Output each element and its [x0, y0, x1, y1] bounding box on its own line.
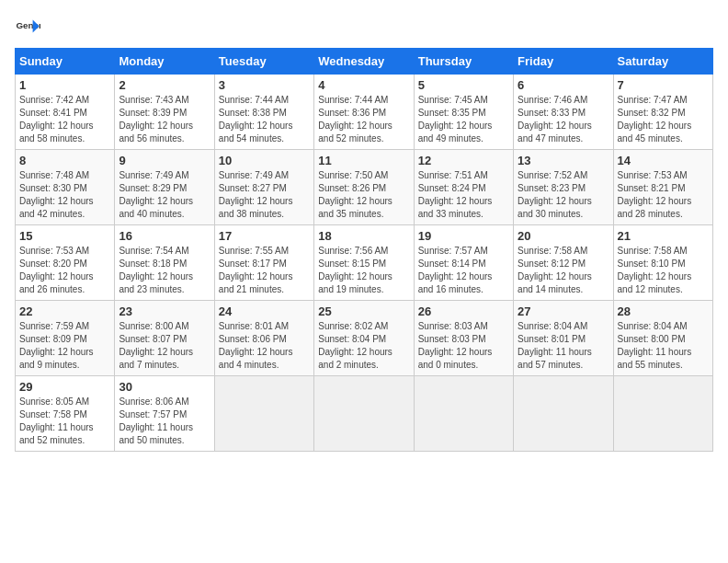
day-number: 28	[618, 304, 709, 318]
day-number: 26	[418, 304, 509, 318]
calendar-cell: 5Sunrise: 7:45 AM Sunset: 8:35 PM Daylig…	[414, 75, 513, 150]
day-number: 11	[318, 154, 409, 167]
calendar-week-5: 29Sunrise: 8:05 AM Sunset: 7:58 PM Dayli…	[16, 376, 713, 452]
weekday-header-row: SundayMondayTuesdayWednesdayThursdayFrid…	[16, 49, 713, 75]
calendar-cell: 14Sunrise: 7:53 AM Sunset: 8:21 PM Dayli…	[613, 150, 712, 225]
day-number: 17	[219, 229, 310, 243]
day-info: Sunrise: 8:06 AM Sunset: 7:57 PM Dayligh…	[119, 396, 210, 447]
weekday-header-friday: Friday	[514, 49, 613, 75]
calendar-cell	[613, 376, 712, 452]
day-info: Sunrise: 7:46 AM Sunset: 8:33 PM Dayligh…	[518, 94, 609, 145]
day-info: Sunrise: 7:57 AM Sunset: 8:14 PM Dayligh…	[418, 245, 509, 296]
day-number: 15	[19, 229, 110, 243]
day-number: 8	[19, 154, 110, 167]
day-number: 29	[19, 380, 110, 394]
calendar-cell: 28Sunrise: 8:04 AM Sunset: 8:00 PM Dayli…	[613, 301, 712, 376]
day-number: 20	[518, 229, 609, 243]
day-info: Sunrise: 7:54 AM Sunset: 8:18 PM Dayligh…	[119, 245, 210, 296]
calendar-table: SundayMondayTuesdayWednesdayThursdayFrid…	[15, 48, 713, 452]
day-number: 21	[618, 229, 709, 243]
calendar-cell: 3Sunrise: 7:44 AM Sunset: 8:38 PM Daylig…	[214, 75, 313, 150]
calendar-week-4: 22Sunrise: 7:59 AM Sunset: 8:09 PM Dayli…	[16, 301, 713, 376]
calendar-cell: 8Sunrise: 7:48 AM Sunset: 8:30 PM Daylig…	[16, 150, 115, 225]
calendar-cell: 4Sunrise: 7:44 AM Sunset: 8:36 PM Daylig…	[314, 75, 414, 150]
day-number: 22	[19, 304, 110, 318]
weekday-header-saturday: Saturday	[613, 49, 712, 75]
calendar-cell: 20Sunrise: 7:58 AM Sunset: 8:12 PM Dayli…	[514, 225, 613, 301]
day-info: Sunrise: 7:53 AM Sunset: 8:20 PM Dayligh…	[19, 245, 110, 296]
calendar-cell: 25Sunrise: 8:02 AM Sunset: 8:04 PM Dayli…	[314, 301, 414, 376]
day-number: 10	[219, 154, 310, 167]
logo-icon: General	[15, 15, 40, 40]
weekday-header-thursday: Thursday	[414, 49, 513, 75]
day-info: Sunrise: 7:42 AM Sunset: 8:41 PM Dayligh…	[19, 94, 110, 145]
day-info: Sunrise: 7:45 AM Sunset: 8:35 PM Dayligh…	[418, 94, 509, 145]
calendar-cell	[514, 376, 613, 452]
day-info: Sunrise: 7:44 AM Sunset: 8:38 PM Dayligh…	[219, 94, 310, 145]
day-info: Sunrise: 8:04 AM Sunset: 8:00 PM Dayligh…	[618, 320, 709, 372]
logo: General	[15, 15, 44, 40]
day-info: Sunrise: 7:50 AM Sunset: 8:26 PM Dayligh…	[318, 169, 409, 221]
calendar-cell: 13Sunrise: 7:52 AM Sunset: 8:23 PM Dayli…	[514, 150, 613, 225]
day-info: Sunrise: 7:47 AM Sunset: 8:32 PM Dayligh…	[618, 94, 709, 145]
weekday-header-wednesday: Wednesday	[314, 49, 414, 75]
day-number: 19	[418, 229, 509, 243]
day-info: Sunrise: 8:05 AM Sunset: 7:58 PM Dayligh…	[19, 396, 110, 447]
day-number: 3	[219, 78, 310, 92]
day-number: 18	[318, 229, 409, 243]
calendar-cell: 23Sunrise: 8:00 AM Sunset: 8:07 PM Dayli…	[115, 301, 214, 376]
day-number: 5	[418, 78, 509, 92]
calendar-cell: 18Sunrise: 7:56 AM Sunset: 8:15 PM Dayli…	[314, 225, 414, 301]
day-number: 24	[219, 304, 310, 318]
page-header: General	[15, 15, 713, 40]
day-number: 14	[618, 154, 709, 167]
calendar-cell: 30Sunrise: 8:06 AM Sunset: 7:57 PM Dayli…	[115, 376, 214, 452]
weekday-header-monday: Monday	[115, 49, 214, 75]
calendar-cell	[314, 376, 414, 452]
day-info: Sunrise: 7:49 AM Sunset: 8:27 PM Dayligh…	[219, 169, 310, 221]
day-info: Sunrise: 7:58 AM Sunset: 8:10 PM Dayligh…	[618, 245, 709, 296]
calendar-cell: 27Sunrise: 8:04 AM Sunset: 8:01 PM Dayli…	[514, 301, 613, 376]
weekday-header-sunday: Sunday	[16, 49, 115, 75]
day-info: Sunrise: 8:04 AM Sunset: 8:01 PM Dayligh…	[518, 320, 609, 372]
day-info: Sunrise: 7:56 AM Sunset: 8:15 PM Dayligh…	[318, 245, 409, 296]
day-number: 13	[518, 154, 609, 167]
day-number: 12	[418, 154, 509, 167]
calendar-cell: 24Sunrise: 8:01 AM Sunset: 8:06 PM Dayli…	[214, 301, 313, 376]
day-info: Sunrise: 7:48 AM Sunset: 8:30 PM Dayligh…	[19, 169, 110, 221]
calendar-cell: 19Sunrise: 7:57 AM Sunset: 8:14 PM Dayli…	[414, 225, 513, 301]
calendar-cell: 7Sunrise: 7:47 AM Sunset: 8:32 PM Daylig…	[613, 75, 712, 150]
day-number: 23	[119, 304, 210, 318]
calendar-cell	[214, 376, 313, 452]
day-info: Sunrise: 7:44 AM Sunset: 8:36 PM Dayligh…	[318, 94, 409, 145]
calendar-cell: 17Sunrise: 7:55 AM Sunset: 8:17 PM Dayli…	[214, 225, 313, 301]
day-number: 27	[518, 304, 609, 318]
calendar-cell	[414, 376, 513, 452]
calendar-cell: 9Sunrise: 7:49 AM Sunset: 8:29 PM Daylig…	[115, 150, 214, 225]
calendar-cell: 15Sunrise: 7:53 AM Sunset: 8:20 PM Dayli…	[16, 225, 115, 301]
day-info: Sunrise: 8:00 AM Sunset: 8:07 PM Dayligh…	[119, 320, 210, 372]
calendar-cell: 26Sunrise: 8:03 AM Sunset: 8:03 PM Dayli…	[414, 301, 513, 376]
calendar-cell: 2Sunrise: 7:43 AM Sunset: 8:39 PM Daylig…	[115, 75, 214, 150]
calendar-cell: 11Sunrise: 7:50 AM Sunset: 8:26 PM Dayli…	[314, 150, 414, 225]
day-info: Sunrise: 7:49 AM Sunset: 8:29 PM Dayligh…	[119, 169, 210, 221]
calendar-cell: 1Sunrise: 7:42 AM Sunset: 8:41 PM Daylig…	[16, 75, 115, 150]
day-info: Sunrise: 8:03 AM Sunset: 8:03 PM Dayligh…	[418, 320, 509, 372]
day-number: 7	[618, 78, 709, 92]
calendar-week-3: 15Sunrise: 7:53 AM Sunset: 8:20 PM Dayli…	[16, 225, 713, 301]
day-number: 30	[119, 380, 210, 394]
day-number: 9	[119, 154, 210, 167]
calendar-cell: 12Sunrise: 7:51 AM Sunset: 8:24 PM Dayli…	[414, 150, 513, 225]
calendar-cell: 22Sunrise: 7:59 AM Sunset: 8:09 PM Dayli…	[16, 301, 115, 376]
day-info: Sunrise: 7:58 AM Sunset: 8:12 PM Dayligh…	[518, 245, 609, 296]
day-info: Sunrise: 7:59 AM Sunset: 8:09 PM Dayligh…	[19, 320, 110, 372]
day-info: Sunrise: 7:51 AM Sunset: 8:24 PM Dayligh…	[418, 169, 509, 221]
day-info: Sunrise: 7:52 AM Sunset: 8:23 PM Dayligh…	[518, 169, 609, 221]
calendar-cell: 10Sunrise: 7:49 AM Sunset: 8:27 PM Dayli…	[214, 150, 313, 225]
day-info: Sunrise: 7:55 AM Sunset: 8:17 PM Dayligh…	[219, 245, 310, 296]
day-info: Sunrise: 7:43 AM Sunset: 8:39 PM Dayligh…	[119, 94, 210, 145]
day-number: 6	[518, 78, 609, 92]
calendar-week-2: 8Sunrise: 7:48 AM Sunset: 8:30 PM Daylig…	[16, 150, 713, 225]
calendar-cell: 29Sunrise: 8:05 AM Sunset: 7:58 PM Dayli…	[16, 376, 115, 452]
calendar-cell: 21Sunrise: 7:58 AM Sunset: 8:10 PM Dayli…	[613, 225, 712, 301]
